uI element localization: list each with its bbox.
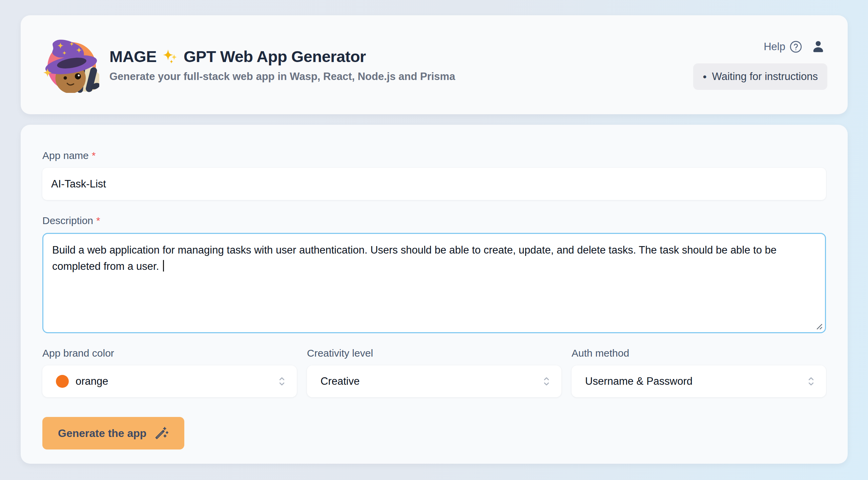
options-row: App brand color orange Creativity level … <box>42 347 826 397</box>
creativity-select[interactable]: Creative <box>307 365 561 397</box>
creativity-value: Creative <box>321 375 359 387</box>
app-name-title: MAGE <box>109 47 157 66</box>
description-text: Build a web application for managing tas… <box>52 244 777 272</box>
auth-method-value: Username & Password <box>585 375 693 387</box>
page-title: MAGE GPT Web App Generator <box>109 47 455 66</box>
required-asterisk: * <box>96 215 100 226</box>
status-badge: • Waiting for instructions <box>693 63 827 90</box>
page-subtitle: Generate your full-stack web app in Wasp… <box>109 71 455 83</box>
mage-bee-wizard-logo <box>43 37 99 93</box>
generator-form-card: App name* Description* Build a web appli… <box>21 125 848 464</box>
description-textarea[interactable]: Build a web application for managing tas… <box>42 233 826 333</box>
chevrons-up-down-icon <box>277 374 287 389</box>
auth-method-label: Auth method <box>572 347 826 359</box>
required-asterisk: * <box>92 150 96 161</box>
chevrons-up-down-icon <box>806 374 816 389</box>
auth-method-select[interactable]: Username & Password <box>572 365 826 397</box>
status-dot: • <box>703 71 706 83</box>
help-row: Help <box>764 40 825 54</box>
creativity-label: Creativity level <box>307 347 561 359</box>
generate-app-label: Generate the app <box>58 427 146 440</box>
brand-color-value: orange <box>76 375 108 387</box>
generate-app-button[interactable]: Generate the app <box>42 417 184 449</box>
brand-color-label: App brand color <box>42 347 297 359</box>
help-question-icon[interactable] <box>789 40 802 53</box>
page-title-rest: GPT Web App Generator <box>184 47 366 66</box>
brand-color-field: App brand color orange <box>42 347 297 397</box>
auth-method-field: Auth method Username & Password <box>572 347 826 397</box>
header-card: MAGE GPT Web App Generator Generate your… <box>21 15 848 114</box>
app-name-label: App name* <box>42 150 96 161</box>
header-right: Help • Waiting for instructions <box>693 40 827 90</box>
header-titles: MAGE GPT Web App Generator Generate your… <box>109 47 455 83</box>
magic-wand-icon <box>154 426 169 441</box>
brand-color-select[interactable]: orange <box>42 365 297 397</box>
help-link[interactable]: Help <box>764 41 785 53</box>
user-profile-icon[interactable] <box>811 40 825 54</box>
text-cursor <box>163 260 164 272</box>
app-name-label-text: App name <box>42 150 89 161</box>
description-label: Description* <box>42 215 826 226</box>
status-text: Waiting for instructions <box>712 71 818 83</box>
app-name-input[interactable] <box>42 168 826 200</box>
resize-handle-icon[interactable] <box>813 320 823 331</box>
orange-color-swatch <box>56 375 69 388</box>
chevrons-up-down-icon <box>542 374 551 389</box>
creativity-field: Creativity level Creative <box>307 347 561 397</box>
description-label-text: Description <box>42 215 93 226</box>
sparkles-icon <box>162 48 178 64</box>
